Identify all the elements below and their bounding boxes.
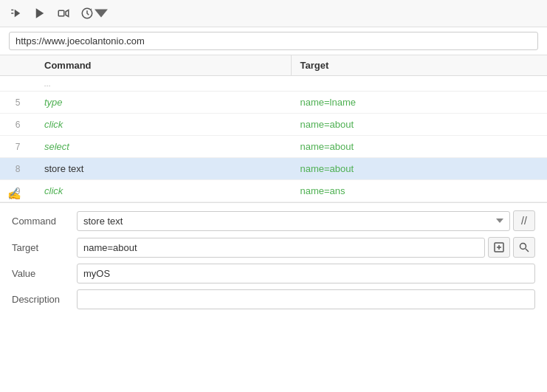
command-control: store text // xyxy=(77,210,535,231)
row-command: click xyxy=(35,182,292,199)
row-command: type xyxy=(35,94,292,111)
url-input[interactable] xyxy=(9,32,538,50)
row-target xyxy=(292,80,548,86)
record-button[interactable] xyxy=(55,4,72,22)
row-target: name=ans xyxy=(292,182,548,199)
row-command: store text xyxy=(35,160,292,177)
table-row[interactable]: 6 click name=about xyxy=(0,114,547,136)
target-input[interactable] xyxy=(77,238,485,258)
header-target: Target xyxy=(292,55,548,75)
run-all-button[interactable] xyxy=(7,4,25,22)
command-row: Command store text // xyxy=(12,210,535,231)
table-row[interactable]: 5 type name=lname xyxy=(0,92,547,114)
comment-button[interactable]: // xyxy=(513,210,535,231)
table-row[interactable]: 9 ✍ click name=ans xyxy=(0,180,547,202)
value-input[interactable] xyxy=(77,264,535,283)
row-target: name=about xyxy=(292,116,548,133)
row-command: click xyxy=(35,116,292,133)
table-area: Command Target ... 5 type name=lname 6 c… xyxy=(0,55,547,203)
description-label: Description xyxy=(12,294,71,305)
target-control xyxy=(77,237,535,258)
row-target: name=about xyxy=(292,138,548,155)
header-command: Command xyxy=(35,55,292,75)
svg-marker-6 xyxy=(94,10,108,18)
header-linenum xyxy=(0,55,35,75)
description-input[interactable] xyxy=(77,289,535,309)
command-select[interactable]: store text xyxy=(77,211,510,231)
svg-point-8 xyxy=(520,244,526,250)
run-button[interactable] xyxy=(31,4,49,22)
row-num: 8 xyxy=(0,161,35,177)
svg-rect-4 xyxy=(58,10,64,16)
row-command: ... xyxy=(35,76,292,91)
row-num: 7 xyxy=(0,139,35,155)
table-row-selected[interactable]: 8 store text name=about xyxy=(0,158,547,180)
row-num: 5 xyxy=(0,94,35,111)
row-command: select xyxy=(35,138,292,155)
search-button[interactable] xyxy=(513,237,535,258)
svg-marker-2 xyxy=(15,10,21,18)
value-row: Value xyxy=(12,264,535,283)
svg-line-9 xyxy=(526,249,529,252)
form-area: Command store text // Target xyxy=(0,203,547,317)
table-row[interactable]: 7 select name=about xyxy=(0,136,547,158)
toolbar xyxy=(0,0,547,27)
row-target: name=lname xyxy=(292,94,548,111)
row-target: name=about xyxy=(292,160,548,177)
url-bar xyxy=(0,27,547,55)
row-num: 9 ✍ xyxy=(0,183,35,199)
table-row[interactable]: ... xyxy=(0,76,547,92)
row-num: 6 xyxy=(0,117,35,133)
table-header: Command Target xyxy=(0,55,547,76)
target-row: Target xyxy=(12,237,535,258)
row-num xyxy=(0,80,35,86)
svg-marker-3 xyxy=(36,8,44,18)
target-label: Target xyxy=(12,242,71,253)
command-label: Command xyxy=(12,216,71,227)
speed-button[interactable] xyxy=(78,4,110,22)
select-button[interactable] xyxy=(488,237,510,258)
description-row: Description xyxy=(12,289,535,309)
value-label: Value xyxy=(12,268,71,279)
description-control xyxy=(77,289,535,309)
value-control xyxy=(77,264,535,283)
